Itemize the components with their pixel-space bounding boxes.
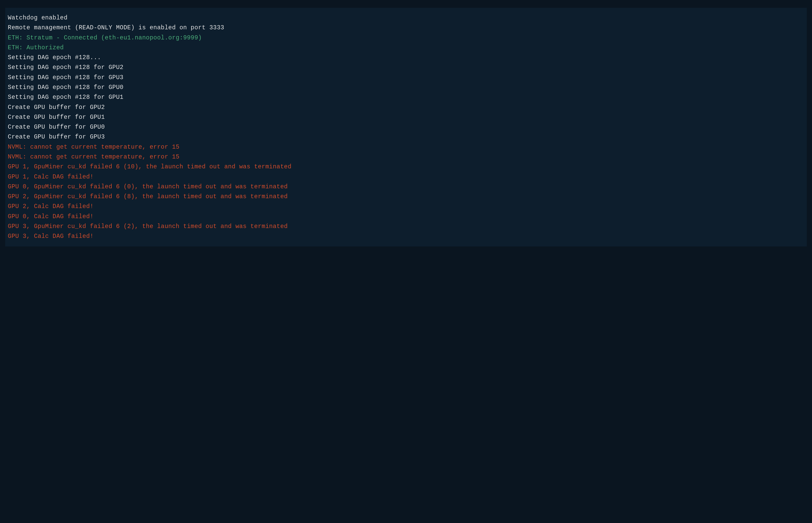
terminal-line-1: Remote management (READ-ONLY MODE) is en… [8, 23, 804, 33]
terminal-line-18: GPU 0, GpuMiner cu_kd failed 6 (0), the … [8, 182, 804, 192]
terminal-line-3: ETH: Stratum - Connected (eth-eu1.nanopo… [8, 33, 804, 43]
terminal-line-11: Create GPU buffer for GPU1 [8, 112, 804, 122]
terminal-line-9: Setting DAG epoch #128 for GPU1 [8, 92, 804, 102]
terminal-line-22: GPU 3, GpuMiner cu_kd failed 6 (2), the … [8, 221, 804, 231]
terminal-line-21: GPU 0, Calc DAG failed! [8, 212, 804, 221]
terminal-line-0: Watchdog enabled [8, 13, 804, 23]
terminal-line-20: GPU 2, Calc DAG failed! [8, 202, 804, 212]
terminal-line-8: Setting DAG epoch #128 for GPU0 [8, 83, 804, 92]
terminal-window: Watchdog enabledRemote management (READ-… [5, 8, 807, 247]
terminal-line-5: Setting DAG epoch #128... [8, 53, 804, 62]
terminal-line-4: ETH: Authorized [8, 43, 804, 53]
terminal-line-17: GPU 1, Calc DAG failed! [8, 172, 804, 182]
terminal-line-12: Create GPU buffer for GPU0 [8, 122, 804, 132]
terminal-line-16: GPU 1, GpuMiner cu_kd failed 6 (10), the… [8, 162, 804, 172]
terminal-line-13: Create GPU buffer for GPU3 [8, 132, 804, 142]
terminal-line-23: GPU 3, Calc DAG failed! [8, 231, 804, 241]
terminal-line-6: Setting DAG epoch #128 for GPU2 [8, 62, 804, 72]
terminal-line-14: NVML: cannot get current temperature, er… [8, 142, 804, 152]
terminal-line-10: Create GPU buffer for GPU2 [8, 103, 804, 112]
terminal-line-19: GPU 2, GpuMiner cu_kd failed 6 (8), the … [8, 192, 804, 202]
terminal-line-15: NVML: cannot get current temperature, er… [8, 152, 804, 162]
terminal-line-7: Setting DAG epoch #128 for GPU3 [8, 73, 804, 83]
